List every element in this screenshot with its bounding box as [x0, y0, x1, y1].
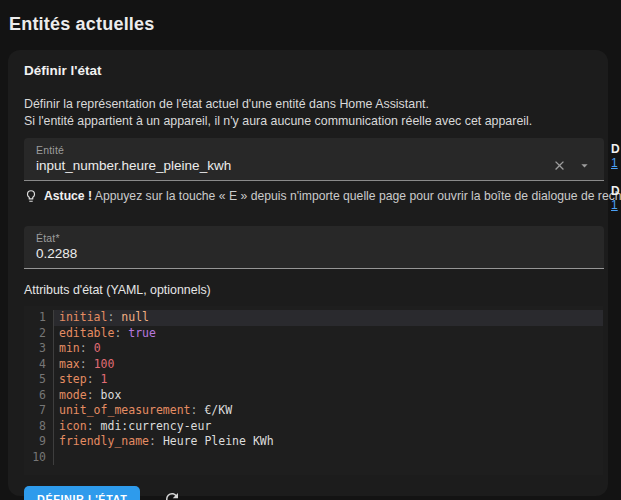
- line-number: 8: [24, 419, 54, 435]
- line-number: 10: [24, 450, 54, 466]
- code-line[interactable]: 2editable: true: [24, 326, 603, 342]
- code-line[interactable]: 9friendly_name: Heure Pleine KWh: [24, 434, 603, 450]
- line-number: 6: [24, 388, 54, 404]
- line-number: 4: [24, 357, 54, 373]
- code-text: unit_of_measurement: €/KW: [54, 403, 603, 419]
- cutoff-link-fragment[interactable]: 1: [611, 156, 621, 170]
- code-line[interactable]: 1initial: null: [24, 310, 603, 326]
- code-text: [54, 450, 603, 466]
- code-line[interactable]: 8icon: mdi:currency-eur: [24, 419, 603, 435]
- yaml-editor[interactable]: 1initial: null2editable: true3min: 04max…: [24, 306, 603, 475]
- refresh-button[interactable]: [163, 490, 181, 500]
- code-line[interactable]: 4max: 100: [24, 357, 603, 373]
- yaml-editor-lines: 1initial: null2editable: true3min: 04max…: [24, 310, 603, 465]
- code-text: friendly_name: Heure Pleine KWh: [54, 434, 603, 450]
- tip-body: Appuyez sur la touche « E » depuis n'imp…: [92, 189, 621, 203]
- card-title: Définir l'état: [24, 63, 605, 78]
- state-field-value[interactable]: 0.2288: [36, 246, 594, 261]
- state-input-field[interactable]: État* 0.2288: [24, 226, 604, 269]
- line-number: 9: [24, 434, 54, 450]
- code-line[interactable]: 6mode: box: [24, 388, 603, 404]
- description-line-1: Définir la représentation de l'état actu…: [24, 96, 595, 113]
- entity-combobox[interactable]: Entité input_number.heure_pleine_kwh: [24, 138, 604, 181]
- set-state-card: Définir l'état Définir la représentation…: [8, 50, 608, 496]
- code-text: icon: mdi:currency-eur: [54, 419, 603, 435]
- cutoff-link-fragment[interactable]: 1: [611, 198, 621, 212]
- state-field-label: État*: [36, 232, 594, 244]
- actions-row: DÉFINIR L'ÉTAT: [24, 486, 605, 500]
- refresh-icon: [163, 490, 181, 500]
- code-text: max: 100: [54, 357, 603, 373]
- lightbulb-icon: [24, 189, 38, 203]
- line-number: 2: [24, 326, 54, 342]
- code-text: editable: true: [54, 326, 603, 342]
- entity-field-value[interactable]: input_number.heure_pleine_kwh: [36, 158, 552, 173]
- set-state-button[interactable]: DÉFINIR L'ÉTAT: [24, 486, 140, 500]
- code-text: step: 1: [54, 372, 603, 388]
- code-line[interactable]: 3min: 0: [24, 341, 603, 357]
- code-text: min: 0: [54, 341, 603, 357]
- tip-text: Astuce ! Appuyez sur la touche « E » dep…: [44, 189, 621, 204]
- code-line[interactable]: 10: [24, 450, 603, 466]
- line-number: 1: [24, 310, 54, 326]
- description-line-2: Si l'entité appartient à un appareil, il…: [24, 113, 595, 130]
- card-description: Définir la représentation de l'état actu…: [24, 96, 605, 130]
- line-number: 3: [24, 341, 54, 357]
- cutoff-text-fragment: D: [611, 184, 621, 198]
- code-line[interactable]: 5step: 1: [24, 372, 603, 388]
- tip-bold: Astuce !: [44, 189, 92, 203]
- entity-field-label: Entité: [36, 144, 594, 156]
- dropdown-arrow-icon[interactable]: [577, 158, 592, 173]
- code-text: initial: null: [54, 310, 603, 326]
- page-title: Entités actuelles: [9, 14, 154, 35]
- code-text: mode: box: [54, 388, 603, 404]
- line-number: 5: [24, 372, 54, 388]
- cutoff-text-fragment: D: [611, 142, 621, 156]
- entity-tip: Astuce ! Appuyez sur la touche « E » dep…: [24, 189, 605, 204]
- line-number: 7: [24, 403, 54, 419]
- code-line[interactable]: 7unit_of_measurement: €/KW: [24, 403, 603, 419]
- clear-entity-icon[interactable]: [552, 158, 567, 173]
- attributes-label: Attributs d'état (YAML, optionnels): [24, 283, 605, 297]
